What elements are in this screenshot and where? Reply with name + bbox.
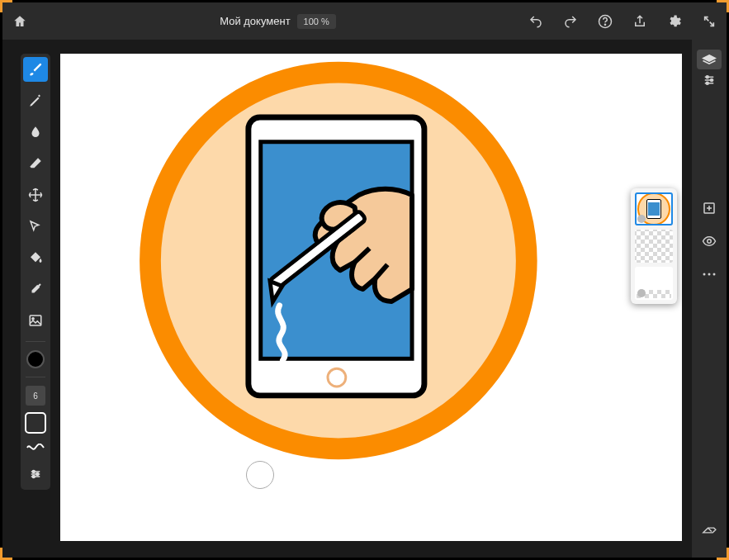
home-button[interactable] xyxy=(11,12,29,31)
svg-point-6 xyxy=(32,476,35,478)
image-tool[interactable] xyxy=(23,308,48,333)
svg-point-4 xyxy=(32,471,35,473)
canvas[interactable] xyxy=(60,54,682,541)
svg-point-13 xyxy=(711,79,713,82)
brush-shape-indicator[interactable] xyxy=(25,412,46,434)
right-sidebar xyxy=(692,40,727,558)
svg-point-3 xyxy=(32,318,34,320)
zoom-level[interactable]: 100 % xyxy=(297,14,336,29)
fullscreen-button[interactable] xyxy=(700,12,718,31)
svg-point-1 xyxy=(604,24,605,25)
svg-point-10 xyxy=(328,368,346,387)
toolbar-divider xyxy=(26,341,45,342)
svg-point-16 xyxy=(708,240,712,244)
left-toolbar: 6 xyxy=(21,54,50,490)
selection-tool[interactable] xyxy=(23,214,48,239)
svg-point-12 xyxy=(706,76,708,78)
fill-tool[interactable] xyxy=(23,245,48,270)
layer-thumb[interactable] xyxy=(635,230,673,263)
transform-tool[interactable] xyxy=(23,183,48,207)
layers-toggle-button[interactable] xyxy=(697,50,722,69)
layers-panel xyxy=(631,188,677,304)
brush-size-box[interactable]: 6 xyxy=(26,386,45,406)
brush-dynamics-indicator[interactable] xyxy=(25,440,46,455)
adjustments-button[interactable] xyxy=(698,69,720,91)
top-bar: Мой документ 100 % xyxy=(2,2,727,40)
toolbar-divider xyxy=(26,377,45,377)
eyedropper-tool[interactable] xyxy=(23,277,48,301)
add-layer-button[interactable] xyxy=(698,197,720,219)
svg-point-17 xyxy=(703,273,706,276)
share-button[interactable] xyxy=(631,12,649,31)
brush-tool[interactable] xyxy=(23,57,48,82)
smudge-tool[interactable] xyxy=(23,120,48,145)
eraser-quick-button[interactable] xyxy=(698,520,720,541)
layer-thumb[interactable] xyxy=(635,192,673,225)
undo-button[interactable] xyxy=(527,12,545,31)
color-swatch[interactable] xyxy=(26,350,45,368)
redo-button[interactable] xyxy=(561,12,580,31)
svg-point-5 xyxy=(36,473,39,476)
document-title: Мой документ xyxy=(220,15,290,27)
eraser-tool[interactable] xyxy=(23,151,48,176)
layer-visibility-button[interactable] xyxy=(698,230,720,252)
pen-tool[interactable] xyxy=(23,88,48,113)
settings-button[interactable] xyxy=(665,12,684,31)
svg-point-19 xyxy=(713,273,716,276)
layer-more-button[interactable] xyxy=(698,263,720,285)
svg-point-18 xyxy=(708,273,711,276)
svg-point-14 xyxy=(706,82,708,84)
canvas-artwork xyxy=(60,54,682,541)
brush-settings-button[interactable] xyxy=(23,462,48,486)
help-button[interactable] xyxy=(596,12,614,31)
layer-thumb[interactable] xyxy=(635,267,673,300)
